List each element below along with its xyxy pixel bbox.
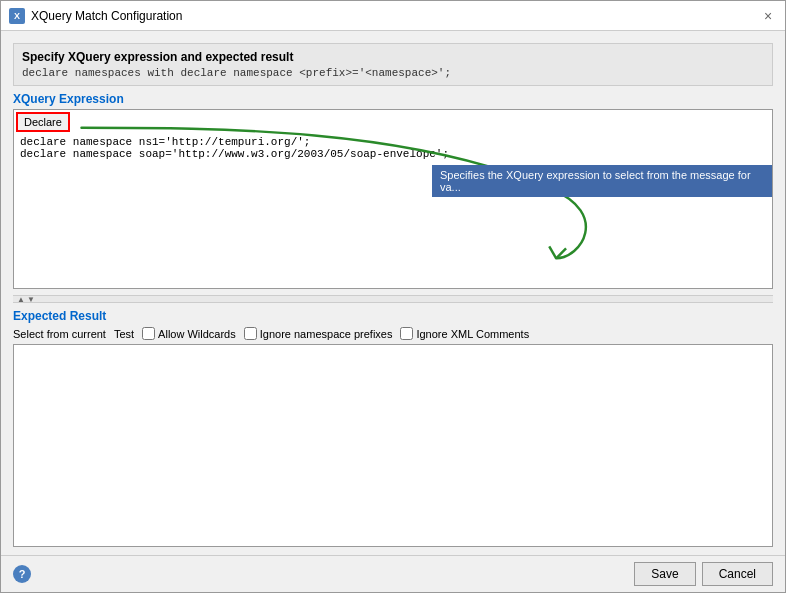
xquery-section-label: XQuery Expression <box>13 92 773 106</box>
xquery-tooltip: Specifies the XQuery expression to selec… <box>432 165 772 197</box>
expected-result-textarea[interactable] <box>13 344 773 547</box>
expected-controls: Select from current Test Allow Wildcards… <box>13 327 773 340</box>
dialog-icon: X <box>9 8 25 24</box>
allow-wildcards-text: Allow Wildcards <box>158 328 236 340</box>
declare-button[interactable]: Declare <box>16 112 70 132</box>
allow-wildcards-label[interactable]: Allow Wildcards <box>142 327 236 340</box>
title-bar-left: X XQuery Match Configuration <box>9 8 182 24</box>
close-button[interactable]: × <box>759 7 777 25</box>
select-from-current-button[interactable]: Select from current <box>13 328 106 340</box>
instruction-code: declare namespaces with declare namespac… <box>22 67 764 79</box>
ignore-namespace-text: Ignore namespace prefixes <box>260 328 393 340</box>
help-button[interactable]: ? <box>13 565 31 583</box>
dialog: X XQuery Match Configuration × Specify X… <box>0 0 786 593</box>
footer-buttons: Save Cancel <box>634 562 773 586</box>
xquery-container: Declare Specifies the XQuery expression … <box>13 109 773 289</box>
expected-section: Expected Result Select from current Test… <box>13 309 773 547</box>
xquery-textarea[interactable] <box>14 110 772 288</box>
ignore-comments-text: Ignore XML Comments <box>416 328 529 340</box>
footer: ? Save Cancel <box>1 555 785 592</box>
title-bar: X XQuery Match Configuration × <box>1 1 785 31</box>
ignore-comments-checkbox[interactable] <box>400 327 413 340</box>
instruction-title: Specify XQuery expression and expected r… <box>22 50 764 64</box>
resize-up-icon: ▲ <box>17 295 25 304</box>
expected-section-label: Expected Result <box>13 309 773 323</box>
ignore-namespace-label[interactable]: Ignore namespace prefixes <box>244 327 393 340</box>
ignore-comments-label[interactable]: Ignore XML Comments <box>400 327 529 340</box>
test-button[interactable]: Test <box>114 328 134 340</box>
cancel-button[interactable]: Cancel <box>702 562 773 586</box>
resize-down-icon: ▼ <box>27 295 35 304</box>
dialog-title: XQuery Match Configuration <box>31 9 182 23</box>
content-area: Specify XQuery expression and expected r… <box>1 31 785 555</box>
ignore-namespace-checkbox[interactable] <box>244 327 257 340</box>
allow-wildcards-checkbox[interactable] <box>142 327 155 340</box>
xquery-section: XQuery Expression Declare Specifies the … <box>13 92 773 289</box>
resize-handle[interactable]: ▲ ▼ <box>13 295 773 303</box>
save-button[interactable]: Save <box>634 562 695 586</box>
instruction-box: Specify XQuery expression and expected r… <box>13 43 773 86</box>
